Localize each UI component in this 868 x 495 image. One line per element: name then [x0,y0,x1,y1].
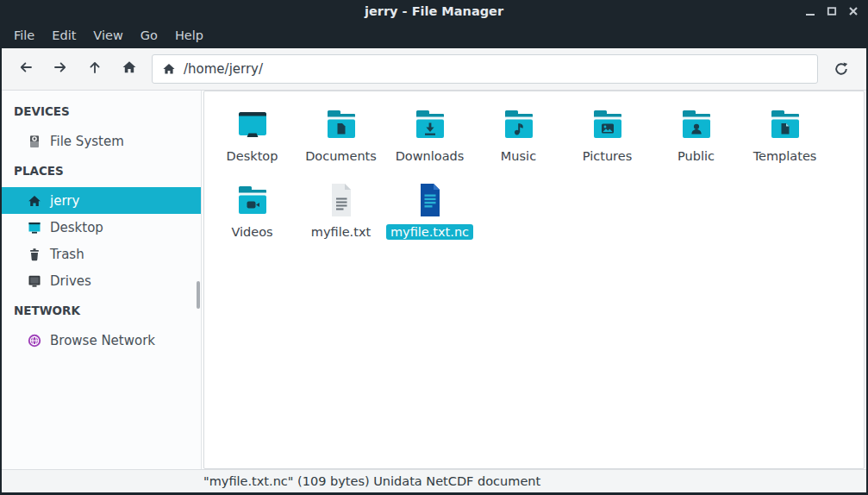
toolbar: /home/jerry/ [2,48,866,91]
window-title: jerry - File Manager [365,4,503,18]
forward-button[interactable] [43,53,78,85]
menu-help[interactable]: Help [166,25,212,46]
folder-music-icon [498,103,540,145]
folder-public-icon [676,103,717,145]
sidebar-item-jerry[interactable]: jerry [2,187,201,214]
folder-templates-icon [765,103,806,145]
forward-icon [53,60,68,78]
sidebar-item-label: Desktop [50,220,103,235]
menu-go[interactable]: Go [132,25,166,46]
file-pane: DesktopDocumentsDownloadsMusicPicturesPu… [203,91,865,469]
sidebar-scrollbar-thumb[interactable] [197,281,200,309]
sidebar-section-title: NETWORK [2,294,201,327]
file-manager-window: jerry - File Manager File Edit View Go H… [0,0,868,495]
folder-documents-icon [321,103,362,145]
sidebar-section: DEVICESFile System [2,95,201,154]
sidebar-item-trash[interactable]: Trash [2,241,201,267]
back-icon [18,60,34,78]
sidebar-section-title: DEVICES [2,95,201,128]
file-label: myfile.txt [307,224,375,240]
sidebar-item-label: jerry [50,193,79,209]
sidebar-item-desktop[interactable]: Desktop [2,214,201,241]
sidebar-item-browse-network[interactable]: Browse Network [2,327,201,354]
up-button[interactable] [78,53,112,85]
file-item-music[interactable]: Music [474,103,563,179]
home-icon [122,60,137,78]
minimize-icon[interactable] [804,5,816,17]
menu-file[interactable]: File [5,25,43,46]
titlebar: jerry - File Manager [2,0,866,22]
menubar: File Edit View Go Help [2,22,866,48]
sidebar-section-title: PLACES [2,154,201,187]
sidebar-section: NETWORKBrowse Network [2,294,201,354]
menu-edit[interactable]: Edit [43,25,84,46]
file-label: myfile.txt.nc [386,224,473,240]
home-icon [28,194,41,208]
sidebar: DEVICESFile SystemPLACESjerryDesktopTras… [2,91,202,469]
text-file-icon [321,179,362,221]
path-text: /home/jerry/ [184,61,263,77]
main-content: DEVICESFile SystemPLACESjerryDesktopTras… [2,91,866,469]
sidebar-item-label: Browse Network [50,333,155,348]
file-label: Public [673,148,719,164]
sidebar-item-drives[interactable]: Drives [2,267,201,294]
file-label: Templates [749,148,821,164]
folder-pictures-icon [587,103,628,145]
folder-downloads-icon [409,103,451,145]
filesystem-icon [28,135,41,148]
file-item-desktop[interactable]: Desktop [208,103,297,179]
file-item-public[interactable]: Public [652,103,740,179]
sidebar-item-label: File System [50,134,124,149]
window-controls [804,0,859,22]
file-item-documents[interactable]: Documents [297,103,385,179]
trash-icon [28,248,41,261]
statusbar: "myfile.txt.nc" (109 bytes) Unidata NetC… [2,469,866,492]
home-button[interactable] [112,53,147,85]
file-label: Pictures [578,148,636,164]
back-button[interactable] [9,53,43,85]
sidebar-item-label: Drives [50,273,91,289]
file-item-pictures[interactable]: Pictures [563,103,652,179]
file-item-myfile-txt[interactable]: myfile.txt [297,179,385,255]
refresh-button[interactable] [823,53,859,85]
file-item-downloads[interactable]: Downloads [385,103,474,179]
sidebar-section: PLACESjerryDesktopTrashDrives [2,154,201,294]
sidebar-item-label: Trash [50,247,84,262]
file-label: Music [496,148,540,164]
file-grid: DesktopDocumentsDownloadsMusicPicturesPu… [204,91,864,255]
status-text: "myfile.txt.nc" (109 bytes) Unidata NetC… [203,474,540,488]
netcdf-file-icon [409,179,451,221]
file-label: Desktop [222,148,283,164]
file-label: Documents [301,148,381,164]
close-icon[interactable] [847,5,859,17]
home-icon [162,62,176,76]
desktop-small-icon [28,221,41,235]
sidebar-sections: DEVICESFile SystemPLACESjerryDesktopTras… [2,95,201,354]
refresh-icon [834,61,849,77]
folder-videos-icon [232,179,273,221]
desktop-screen-icon [232,103,273,145]
menu-view[interactable]: View [84,25,131,46]
drives-icon [28,274,41,288]
file-item-myfile-txt-nc[interactable]: myfile.txt.nc [385,179,474,255]
network-icon [28,334,41,348]
file-label: Downloads [391,148,469,164]
file-item-videos[interactable]: Videos [208,179,297,255]
path-field[interactable]: /home/jerry/ [152,54,818,84]
sidebar-item-file-system[interactable]: File System [2,128,201,154]
file-item-templates[interactable]: Templates [740,103,829,179]
up-icon [87,60,103,78]
maximize-icon[interactable] [826,5,838,17]
file-label: Videos [227,224,277,240]
